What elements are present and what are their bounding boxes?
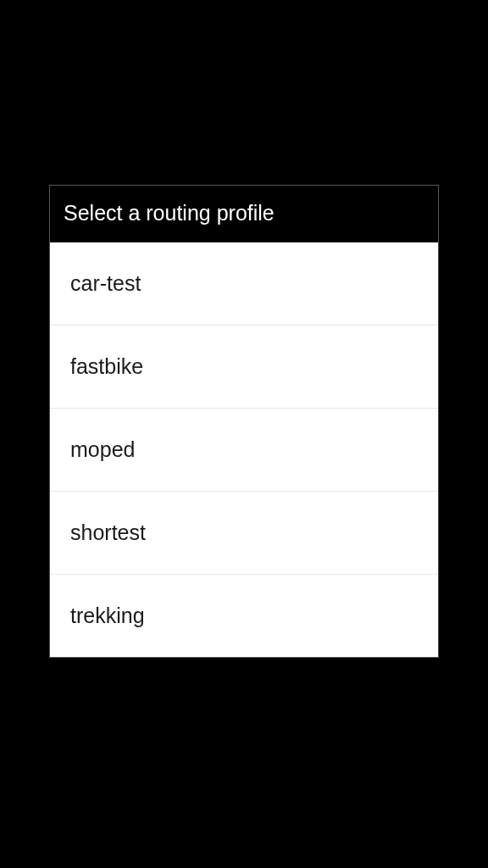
- list-item-label: shortest: [70, 520, 146, 544]
- routing-profile-dialog: Select a routing profile car-test fastbi…: [49, 185, 439, 658]
- list-item-moped[interactable]: moped: [50, 409, 438, 492]
- list-item-label: trekking: [70, 604, 145, 627]
- list-item-label: car-test: [70, 271, 141, 295]
- list-item-label: fastbike: [70, 354, 143, 378]
- dialog-title: Select a routing profile: [64, 201, 424, 225]
- list-item-fastbike[interactable]: fastbike: [50, 326, 438, 409]
- list-item-car-test[interactable]: car-test: [50, 242, 438, 326]
- list-item-label: moped: [70, 437, 135, 461]
- list-item-trekking[interactable]: trekking: [50, 575, 438, 657]
- list-item-shortest[interactable]: shortest: [50, 492, 438, 575]
- dialog-header: Select a routing profile: [50, 186, 438, 242]
